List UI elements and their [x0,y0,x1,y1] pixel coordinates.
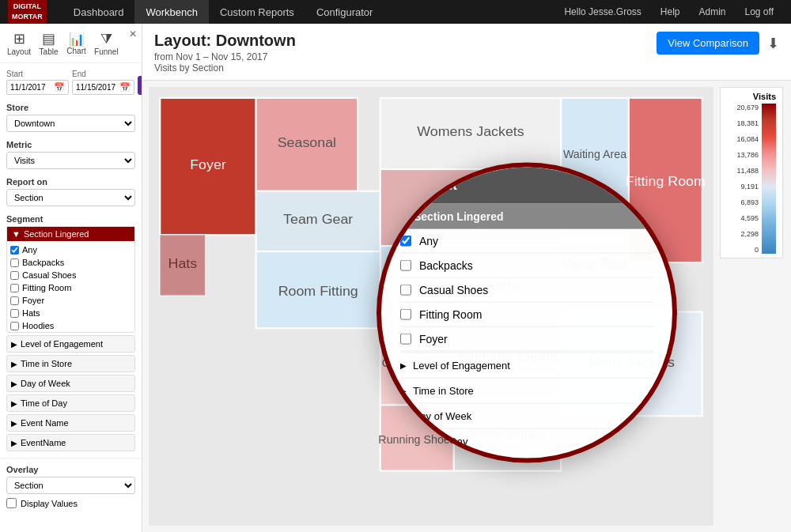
view-comparison-button[interactable]: View Comparison [657,32,759,55]
overlay-fitting-room-checkbox[interactable] [400,308,411,319]
collapse-time-in-store[interactable]: ▶ Time in Store [6,355,135,372]
legend-val-5: 9,191 [727,183,759,191]
list-item[interactable]: Any [10,243,131,256]
overlay-list-item-any[interactable]: Any [400,228,653,253]
nav-admin[interactable]: Admin [690,0,736,24]
hats-checkbox[interactable] [10,309,19,318]
svg-text:Seasonal: Seasonal [278,135,336,151]
nav-custom-reports[interactable]: Custom Reports [209,0,305,24]
legend-val-4: 11,488 [727,167,759,175]
chart-button[interactable]: 📊 Chart [62,30,90,57]
svg-text:Fitting Room: Fitting Room [626,173,706,189]
overlay-group-level[interactable]: ▶ Level of Engagement [400,352,653,377]
overlay-select[interactable]: Section [6,477,135,494]
legend-title: Visits [727,92,776,101]
overlay-foyer-checkbox[interactable] [400,333,411,344]
start-calendar-icon[interactable]: 📅 [54,82,65,92]
backpacks-checkbox[interactable] [10,258,19,267]
funnel-icon: ⧩ [100,31,112,47]
download-icon[interactable]: ⬇ [767,35,779,52]
nav-hello[interactable]: Hello Jesse.Gross [554,0,650,24]
svg-text:Team Gear: Team Gear [283,212,353,228]
arrow-right-icon: ▶ [11,419,17,428]
arrow-right-icon: ▶ [400,386,407,394]
segment-overlay-subheader[interactable]: ▼ Section Lingered [381,203,672,228]
any-checkbox[interactable] [10,246,19,255]
list-item[interactable]: Hats [10,307,131,319]
report-on-label: Report on [6,177,135,187]
collapse-event-name[interactable]: ▶ Event Name [6,414,135,432]
metric-select[interactable]: Visits [6,152,135,169]
nav-right: Hello Jesse.Gross Help Admin Log off [554,0,783,24]
overlay-list-item-backpacks[interactable]: Backpacks [400,253,653,277]
nav-configurator[interactable]: Configurator [305,0,384,24]
display-values-checkbox[interactable] [6,498,17,508]
legend: Visits 20,679 18,381 16,084 13,786 11,48… [720,87,783,258]
report-on-select[interactable]: Section [6,189,135,206]
legend-val-3: 13,786 [727,151,759,159]
close-icon[interactable]: ✕ [129,28,137,40]
nav-dashboard[interactable]: Dashboard [62,0,135,24]
collapse-time-of-day[interactable]: ▶ Time of Day [6,394,135,412]
metric-section: Metric Visits [0,135,142,172]
store-label: Store [6,103,135,112]
end-date-input-wrap: 📅 [72,80,134,95]
overlay-backpacks-checkbox[interactable] [400,259,411,270]
list-item[interactable]: Hoodies [10,319,131,332]
list-item[interactable]: Casual Shoes [10,269,131,281]
foyer-checkbox[interactable] [10,296,19,305]
store-select[interactable]: Downtown [6,115,135,132]
arrow-right-icon: ▶ [11,360,17,368]
nav-logoff[interactable]: Log off [736,0,783,24]
start-date-input[interactable] [10,83,54,92]
overlay-group-day-of-week[interactable]: ▶ Day of Week [400,402,653,428]
table-button[interactable]: ▤ Table [35,28,62,58]
legend-val-0: 20,679 [727,104,759,111]
svg-text:Room Fitting: Room Fitting [278,283,358,299]
main-layout: ⊞ Layout ▤ Table 📊 Chart ⧩ Funnel ✕ Star… [0,24,791,532]
layout-button[interactable]: ⊞ Layout [3,28,35,58]
overlay-group-time-in-store[interactable]: ▶ Time in Store [400,377,653,402]
layout-title: Layout: Downtown [154,32,296,50]
overlay-list-item-foyer[interactable]: Foyer [400,326,653,351]
fitting-room-checkbox[interactable] [10,284,19,292]
arrow-right-icon: ▶ [11,439,17,447]
end-date-input[interactable] [76,83,119,92]
casual-shoes-checkbox[interactable] [10,271,19,280]
overlay-any-checkbox[interactable] [400,235,411,246]
svg-text:Womens Jackets: Womens Jackets [417,124,524,140]
date-section: Start 📅 End 📅 Set [0,63,142,98]
display-values-row[interactable]: Display Values [6,494,135,512]
sidebar-icon-row: ⊞ Layout ▤ Table 📊 Chart ⧩ Funnel ✕ [0,24,142,63]
svg-text:Waiting Area: Waiting Area [563,148,627,160]
nav-workbench[interactable]: Workbench [134,0,209,24]
chart-area: Foyer Seasonal Team Gear Womens Jackets … [142,81,791,532]
list-item[interactable]: Backpacks [10,256,131,269]
segment-arrow-down: ▼ [12,229,21,239]
logo-box: DIGITAL MORTAR [8,0,47,25]
segment-active-header[interactable]: ▼ Section Lingered [7,227,134,241]
top-nav: DIGITAL MORTAR Dashboard Workbench Custo… [0,0,791,24]
hoodies-checkbox[interactable] [10,322,19,330]
legend-val-1: 18,381 [727,119,759,127]
collapse-eventname[interactable]: ▶ EventName [6,434,135,451]
funnel-button[interactable]: ⧩ Funnel [90,29,123,58]
sidebar: ⊞ Layout ▤ Table 📊 Chart ⧩ Funnel ✕ Star… [0,24,142,532]
overlay-list-item-fitting-room[interactable]: Fitting Room [400,302,653,326]
legend-val-7: 4,595 [727,214,759,222]
overlay-list-item-casual-shoes[interactable]: Casual Shoes [400,277,653,302]
legend-val-6: 6,893 [727,198,759,206]
nav-help[interactable]: Help [651,0,690,24]
collapse-level-of-engagement[interactable]: ▶ Level of Engagement [6,335,135,353]
collapse-day-of-week[interactable]: ▶ Day of Week [6,375,135,392]
segment-label: Segment [6,214,135,224]
list-item[interactable]: Foyer [10,294,131,307]
svg-marker-16 [160,235,205,295]
main-content: Layout: Downtown from Nov 1 – Nov 15, 20… [142,24,791,532]
overlay-casual-shoes-checkbox[interactable] [400,284,411,295]
list-item[interactable]: Fitting Room [10,281,131,294]
arrow-right-icon: ▶ [400,360,407,369]
overlay-label: Overlay [6,465,135,474]
arrow-right-icon: ▶ [11,379,17,388]
end-calendar-icon[interactable]: 📅 [119,82,131,92]
